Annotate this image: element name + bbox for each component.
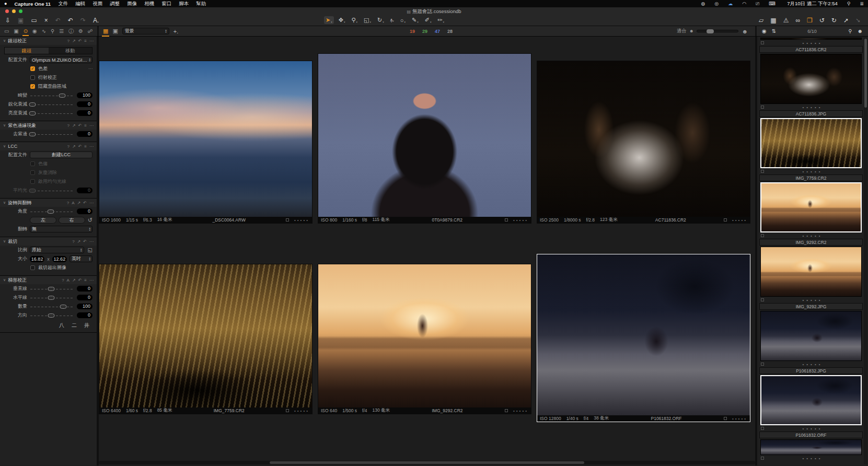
pin-icon[interactable]: ↗	[77, 201, 81, 205]
unit-dropdown[interactable]: 英吋 ▴▾	[70, 255, 92, 262]
rating-dots[interactable]: •••••	[764, 362, 861, 367]
light-falloff-value[interactable]: 0	[77, 110, 92, 116]
horizontal-scrollbar-thumb[interactable]	[270, 461, 585, 464]
tab-movement[interactable]: 移動	[49, 48, 92, 54]
angle-value[interactable]: 0	[77, 208, 92, 214]
light-falloff-slider[interactable]	[30, 111, 74, 115]
airplay-icon[interactable]: ⎚	[756, 1, 759, 7]
process-tab-icon[interactable]: ☍	[88, 28, 93, 34]
rating-dots[interactable]: •••••	[764, 298, 861, 302]
reset-icon[interactable]: ↶	[78, 39, 82, 43]
color-cast-checkbox[interactable]	[30, 161, 35, 166]
aspect-value[interactable]: 0	[77, 312, 92, 318]
rating-dots[interactable]: •••••	[732, 416, 747, 421]
collapse-icon[interactable]: ∨	[3, 123, 6, 127]
crop-badge-icon[interactable]: ◱	[88, 247, 92, 253]
dust-removal-checkbox[interactable]	[30, 170, 35, 175]
menu-window[interactable]: 窗口	[161, 1, 171, 7]
photo-cell-p1061832-selected[interactable]: ISO 12800 1/40 s f/4 38 毫米 P1061832.ORF …	[537, 254, 750, 422]
auto-icon[interactable]: A	[72, 201, 74, 205]
preset-icon[interactable]: ≡	[84, 278, 87, 283]
chromatic-aberration-checkbox[interactable]: ✓	[30, 66, 35, 71]
analyze-more-icon[interactable]: ⋯	[88, 66, 92, 71]
grid-view-button[interactable]: ▦	[103, 28, 108, 34]
color-picker-tool[interactable]: ✎▾	[410, 16, 420, 24]
search-icon[interactable]: ⚲	[848, 28, 852, 34]
aspect-slider[interactable]	[30, 313, 74, 318]
straighten-tool[interactable]: ↻▾	[376, 16, 386, 24]
reset-icon[interactable]: ↶	[78, 123, 82, 128]
status-camera-icon[interactable]: ◎	[714, 1, 719, 6]
help-icon[interactable]: ?	[72, 239, 74, 244]
rating-dots[interactable]: •••••	[764, 234, 861, 238]
crop-width-field[interactable]: 16.82	[30, 256, 44, 262]
pick-checkbox[interactable]	[286, 218, 289, 222]
pan-tool[interactable]: ✥▾	[337, 16, 347, 24]
eye-filter-icon[interactable]: ◉	[762, 28, 767, 34]
delete-button[interactable]: ×	[44, 17, 48, 24]
thumb-file-name[interactable]: IMG_9292.JPG	[759, 303, 863, 310]
pick-checkbox[interactable]	[505, 409, 508, 412]
rating-dots[interactable]: •••••	[294, 218, 309, 223]
rotate-left-button[interactable]: 左	[30, 217, 56, 224]
collapse-icon[interactable]: ∨	[3, 278, 6, 282]
thumb-file-name[interactable]: P1061832.ORF	[759, 432, 863, 438]
add-collection-button[interactable]: +.	[173, 28, 178, 34]
filmstrip-scrollbar-thumb[interactable]	[864, 39, 867, 108]
hide-distorted-checkbox[interactable]: ✓	[30, 84, 35, 89]
rotate-cw-button[interactable]: ↻	[831, 17, 837, 24]
thumb-cell-p1061832-jpg[interactable]: ••••• P1061832.JPG	[759, 311, 863, 374]
viewer-view-button[interactable]: ▣	[112, 28, 118, 34]
thumb-file-name[interactable]: AC711836.JPG	[759, 110, 863, 117]
more-icon[interactable]: ⋯	[89, 123, 94, 128]
horizontal-slider[interactable]	[30, 296, 74, 300]
capture-tab-icon[interactable]: ▣	[14, 28, 18, 34]
collection-dropdown[interactable]: 背景 ▴▾	[122, 28, 169, 34]
defringe-value[interactable]: 0	[77, 131, 92, 137]
help-icon[interactable]: ?	[67, 201, 69, 205]
lens-tab-icon[interactable]: ⊙	[24, 28, 28, 34]
thumb-cell-img9292-cr2-selected[interactable]: ••••• IMG_9292.CR2	[759, 182, 863, 246]
preset-icon[interactable]: ≡	[84, 123, 87, 128]
photo-night-memorial[interactable]	[537, 254, 750, 415]
create-lcc-button[interactable]: 創建LCC	[30, 152, 92, 158]
keystone-horizontal-button[interactable]: 二	[72, 322, 77, 329]
spot-removal-tool[interactable]: ○▾	[399, 17, 407, 24]
menu-scripts[interactable]: 腳本	[179, 1, 189, 7]
proof-glasses-toggle[interactable]: ∞	[795, 17, 800, 24]
exposure-warning-toggle[interactable]: ⚠	[783, 17, 789, 24]
rating-dots[interactable]: •••••	[764, 169, 861, 174]
menu-view[interactable]: 視圖	[92, 1, 102, 7]
ratio-dropdown[interactable]: 原始 ▴▾	[30, 247, 84, 253]
angle-slider[interactable]	[30, 209, 74, 214]
crop-tool[interactable]: ◱▾	[362, 16, 373, 24]
thumb-size-slider[interactable]	[697, 30, 738, 32]
styles-button[interactable]: A.	[93, 17, 99, 24]
edit-preview-toggle[interactable]: ▱	[759, 17, 763, 24]
thumb-martial-arts[interactable]	[760, 54, 862, 104]
apple-menu-icon[interactable]: ●	[4, 1, 7, 6]
import-button[interactable]: ⇩	[5, 17, 10, 24]
menu-image[interactable]: 圖像	[127, 1, 137, 7]
free-rotate-icon[interactable]: ↺	[88, 217, 92, 224]
photo-cell-img9292[interactable]: ISO 640 1/500 s f/4 130 毫米 IMG_9292.CR2 …	[318, 264, 531, 414]
thumb-image-partial[interactable]	[760, 439, 862, 455]
erase-mask-tool[interactable]: ✏▾	[436, 16, 446, 24]
redo-button[interactable]: ↷	[80, 17, 86, 24]
thumb-file-name[interactable]: IMG_7759.CR2	[759, 174, 863, 181]
rating-dots[interactable]: •••••	[764, 426, 861, 431]
photo-cell-img7759[interactable]: ISO 6400 1/60 s f/2.8 85 毫米 IMG_7759.CR2…	[99, 264, 313, 414]
crop-outside-checkbox[interactable]	[30, 265, 35, 270]
thumb-file-name[interactable]: AC711836.CR2	[759, 46, 863, 53]
status-app-icon[interactable]: ◍	[701, 1, 705, 6]
collapse-icon[interactable]: ∨	[3, 144, 6, 148]
photo-cell-dsc0064[interactable]: ISO 1600 1/15 s f/6.3 16 毫米 _DSC0064.ARW…	[99, 61, 313, 224]
collapse-icon[interactable]: ∨	[3, 39, 6, 43]
keystone-tool[interactable]: /|\▾	[389, 17, 396, 23]
menu-edit[interactable]: 編輯	[75, 1, 85, 7]
photo-beach-sunset[interactable]	[99, 61, 312, 217]
draw-mask-tool[interactable]: ✐▾	[423, 16, 433, 24]
rating-dots[interactable]: •••••	[294, 409, 309, 413]
more-icon[interactable]: ⋯	[89, 201, 94, 205]
thumb-cell-img9292-jpg[interactable]: ••••• IMG_9292.JPG	[759, 247, 863, 310]
